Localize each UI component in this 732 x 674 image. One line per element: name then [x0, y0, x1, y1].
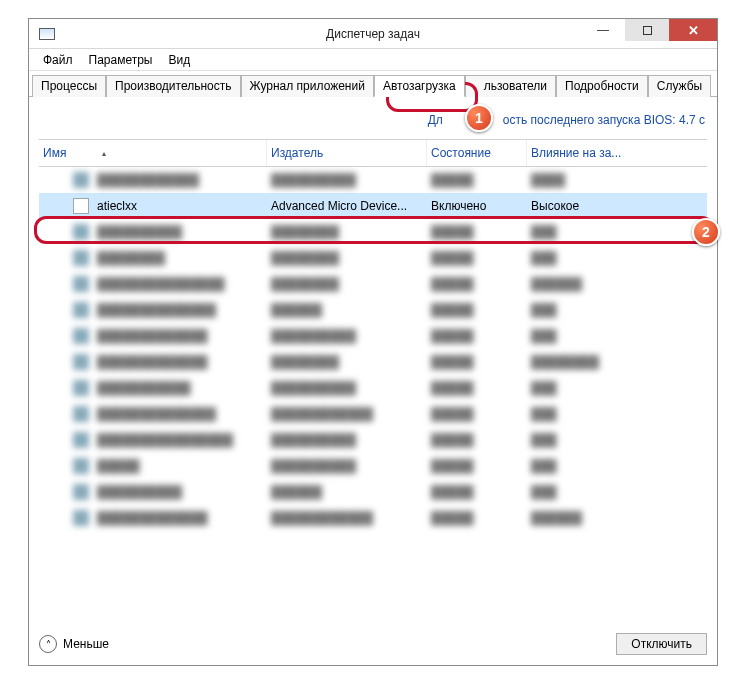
table-row[interactable]: █████████████████████████████: [39, 375, 707, 401]
minimize-button[interactable]: —: [581, 19, 625, 41]
table-row[interactable]: ███████████████████████████████: [39, 323, 707, 349]
table-row[interactable]: ██████████████████████████████████: [39, 349, 707, 375]
close-button[interactable]: ✕: [669, 19, 717, 41]
content-area: Длость последнего запуска BIOS: 4.7 с Им…: [29, 97, 717, 531]
table-row[interactable]: ████████████████████████: [39, 479, 707, 505]
maximize-button[interactable]: [625, 19, 669, 41]
app-icon: [39, 28, 55, 40]
bios-prefix: Дл: [428, 113, 443, 127]
table-row[interactable]: ███████████████████████: [39, 453, 707, 479]
tab-bar: Процессы Производительность Журнал прило…: [29, 71, 717, 97]
table-row[interactable]: ████████████████████████████: [39, 297, 707, 323]
tab-details[interactable]: Подробности: [556, 75, 648, 97]
table-row[interactable]: ██████████████████████████████████: [39, 427, 707, 453]
row-name: atieclxx: [97, 199, 137, 213]
col-name[interactable]: Имя▴: [39, 140, 267, 166]
titlebar: Диспетчер задач — ✕: [29, 19, 717, 49]
tab-app-history[interactable]: Журнал приложений: [241, 75, 374, 97]
table-row[interactable]: ███████████████████████████████: [39, 167, 707, 193]
tab-services[interactable]: Службы: [648, 75, 711, 97]
fewer-details-button[interactable]: ˄ Меньше: [39, 635, 109, 653]
menu-view[interactable]: Вид: [160, 51, 198, 69]
chevron-up-icon: ˄: [39, 635, 57, 653]
table-row[interactable]: ████████████████████████: [39, 245, 707, 271]
menu-options[interactable]: Параметры: [81, 51, 161, 69]
disable-button[interactable]: Отключить: [616, 633, 707, 655]
row-state: Включено: [431, 199, 486, 213]
fewer-label: Меньше: [63, 637, 109, 651]
row-impact: Высокое: [531, 199, 579, 213]
col-impact[interactable]: Влияние на за...: [527, 140, 667, 166]
tab-processes[interactable]: Процессы: [32, 75, 106, 97]
tab-users[interactable]: льзователи: [465, 75, 556, 97]
sort-caret-icon: ▴: [102, 149, 106, 158]
table-row[interactable]: ████████████████████████████████████: [39, 505, 707, 531]
column-headers: Имя▴ Издатель Состояние Влияние на за...: [39, 139, 707, 167]
col-name-label: Имя: [43, 146, 66, 160]
table-row[interactable]: ██████████████████████████: [39, 219, 707, 245]
task-manager-window: Диспетчер задач — ✕ Файл Параметры Вид П…: [28, 18, 718, 666]
col-state[interactable]: Состояние: [427, 140, 527, 166]
menu-file[interactable]: Файл: [35, 51, 81, 69]
tab-startup[interactable]: Автозагрузка: [374, 75, 465, 97]
footer: ˄ Меньше Отключить: [39, 633, 707, 655]
tab-performance[interactable]: Производительность: [106, 75, 240, 97]
col-publisher[interactable]: Издатель: [267, 140, 427, 166]
bios-suffix: ость последнего запуска BIOS: 4.7 с: [503, 113, 705, 127]
menubar: Файл Параметры Вид: [29, 49, 717, 71]
row-publisher: Advanced Micro Device...: [271, 199, 407, 213]
rows: ███████████████████████████████ atieclxx…: [39, 167, 707, 531]
table-row[interactable]: ██████████████████████████████████: [39, 401, 707, 427]
bios-last-boot: Длость последнего запуска BIOS: 4.7 с: [39, 107, 707, 139]
table-row[interactable]: ██████████████████████████████████: [39, 271, 707, 297]
table-row-selected[interactable]: atieclxx Advanced Micro Device... Включе…: [39, 193, 707, 219]
app-item-icon: [73, 198, 89, 214]
window-buttons: — ✕: [581, 19, 717, 41]
